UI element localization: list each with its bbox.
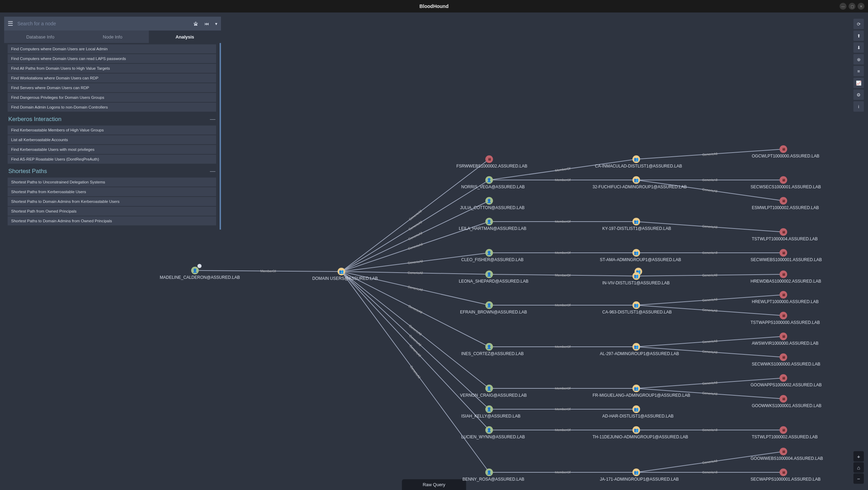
graph-node-computer[interactable]: 🖥 — [485, 155, 493, 163]
query-item[interactable]: Shortest Paths to Unconstrained Delegati… — [8, 178, 216, 187]
graph-node-user[interactable]: 👤 — [485, 197, 493, 205]
graph-node-group[interactable]: 👥 — [632, 218, 640, 225]
graph-node-user[interactable]: 👤 — [485, 270, 493, 278]
graph-node-computer[interactable]: 🖥 — [780, 468, 787, 476]
graph-node-computer[interactable]: 🖥 — [780, 270, 787, 278]
graph-node-group[interactable]: 👥 — [632, 301, 640, 309]
query-item[interactable]: Shortest Paths from Kerberoastable Users — [8, 187, 216, 196]
graph-node-computer[interactable]: 🖥 — [780, 249, 787, 257]
tab-node-info[interactable]: Node Info — [76, 31, 148, 43]
node-label: NORRIS_VEGA@ASSURED.LAB — [461, 184, 525, 189]
query-item[interactable]: Find Computers where Domain Users can re… — [8, 54, 216, 63]
node-label: HREWLPT1000000.ASSURED.LAB — [752, 299, 819, 304]
graph-node-computer[interactable]: 🖥 — [780, 395, 787, 403]
graph-node-user[interactable]: 👤 — [485, 249, 493, 257]
graph-node-user[interactable]: 👤 — [485, 468, 493, 476]
graph-node-group[interactable]: 👥 — [338, 268, 345, 275]
pathfinding-icon[interactable]: 🛣 — [194, 21, 198, 26]
graph-node-computer[interactable]: 🖥 — [780, 448, 787, 455]
close-icon[interactable]: ✕ — [858, 3, 865, 10]
query-item[interactable]: Find All Paths from Domain Users to High… — [8, 64, 216, 73]
graph-node-computer[interactable]: 🖥 — [780, 145, 787, 153]
tab-analysis[interactable]: Analysis — [149, 31, 221, 43]
search-bar: ☰ 🛣 ⏮ ▾ — [4, 17, 221, 31]
graph-node-group[interactable]: 👥 — [632, 385, 640, 392]
graph-node-group[interactable]: 👥 — [632, 343, 640, 351]
edge-label: GenericAll — [702, 459, 718, 465]
graph-node-computer[interactable]: 🖥 — [780, 333, 787, 340]
node-label: CLEO_FISHER@ASSURED.LAB — [461, 257, 524, 262]
graph-node-group[interactable]: 👥 — [632, 405, 640, 413]
query-item[interactable]: Find Workstations where Domain Users can… — [8, 74, 216, 83]
minus-icon[interactable]: — — [210, 168, 215, 174]
query-item[interactable]: Find AS-REP Roastable Users (DontReqPreA… — [8, 155, 216, 164]
node-label: HREWDBAS1000002.ASSURED.LAB — [751, 279, 821, 284]
graph-node-user[interactable]: 👤 — [485, 385, 493, 392]
node-label: ESMWLPT1000002.ASSURED.LAB — [752, 205, 819, 210]
query-item[interactable]: List all Kerberoastable Accounts — [8, 135, 216, 144]
graph-node-computer[interactable]: 🖥 — [780, 291, 787, 299]
hamburger-icon[interactable]: ☰ — [8, 20, 13, 27]
graph-node-owned-user[interactable]: 👤☠ — [191, 267, 199, 274]
edge-label: GenericAll — [408, 209, 423, 221]
graph-node-computer[interactable]: 🖥 — [780, 374, 787, 382]
query-item[interactable]: Shortest Paths to Domain Admins from Ker… — [8, 197, 216, 206]
node-label: AL-297-ADMINGROUP1@ASSURED.LAB — [600, 351, 679, 356]
back-icon[interactable]: ⏮ — [204, 21, 209, 26]
graph-node-group[interactable]: 👥 — [632, 468, 640, 476]
node-label: VERNON_CRAIG@ASSURED.LAB — [460, 393, 527, 398]
graph-node-computer[interactable]: 🖥 — [780, 353, 787, 361]
tab-database-info[interactable]: Database Info — [4, 31, 76, 43]
maximize-icon[interactable]: ▢ — [849, 3, 856, 10]
queries-list[interactable]: Find Computers where Domain Users are Lo… — [4, 43, 221, 230]
node-label: TSTWLPT1000004.ASSURED.LAB — [752, 237, 818, 241]
graph-node-group[interactable]: 👥 — [632, 155, 640, 163]
section-shortest[interactable]: Shortest Paths — — [8, 164, 216, 178]
edge-label: GenericAll — [407, 242, 423, 250]
query-item[interactable]: Find Dangerous Privileges for Domain Use… — [8, 93, 216, 102]
query-item[interactable]: Find Kerberoastable Members of High Valu… — [8, 126, 216, 135]
graph-node-computer[interactable]: 🖥 — [780, 312, 787, 319]
graph-node-user[interactable]: 👤 — [485, 343, 493, 351]
graph-node-computer[interactable]: 🖥 — [780, 228, 787, 236]
graph-node-computer[interactable]: 🖥 — [780, 176, 787, 184]
node-label: GOOWAPPS1000002.ASSURED.LAB — [751, 382, 822, 387]
graph-node-user[interactable]: 👤 — [485, 426, 493, 434]
node-label: KY-197-DISTLIST1@ASSURED.LAB — [602, 226, 671, 231]
query-item[interactable]: Find Computers where Domain Users are Lo… — [8, 44, 216, 53]
minimize-icon[interactable]: — — [840, 3, 846, 10]
node-label: LUCIEN_WYNN@ASSURED.LAB — [461, 435, 525, 439]
edge-label: MemberOf — [555, 428, 571, 432]
graph-node-computer[interactable]: 🖥 — [780, 426, 787, 434]
edge-label: GenericAll — [408, 220, 423, 231]
query-item[interactable]: Find Kerberoastable Users with most priv… — [8, 145, 216, 154]
node-label: TSTWAPPS1000000.ASSURED.LAB — [751, 320, 820, 325]
graph-node-user[interactable]: 👤 — [485, 405, 493, 413]
filter-icon[interactable]: ▾ — [215, 21, 218, 26]
query-item[interactable]: Shortest Path from Owned Principals — [8, 207, 216, 216]
query-item[interactable]: Shortest Paths to Domain Admins from Own… — [8, 216, 216, 225]
graph-node-group[interactable]: 👥 — [632, 249, 640, 257]
graph-node-computer[interactable]: 🖥 — [780, 197, 787, 205]
node-label: BENNY_ROSA@ASSURED.LAB — [462, 477, 524, 482]
edge-label: GenericAll — [702, 152, 717, 156]
graph-node-group[interactable]: 👥 — [632, 176, 640, 184]
main-area: ☰ 🛣 ⏮ ▾ Database Info Node Info Analysis… — [0, 12, 868, 490]
minus-icon[interactable]: — — [210, 116, 215, 122]
node-label: TH-11DEJUNIO-ADMINGROUP1@ASSURED.LAB — [593, 435, 688, 439]
section-kerberos[interactable]: Kerberos Interaction — — [8, 112, 216, 126]
graph-node-user[interactable]: 👤 — [485, 176, 493, 184]
graph-node-user[interactable]: 👤 — [485, 301, 493, 309]
node-label: INES_CORTEZ@ASSURED.LAB — [461, 351, 524, 356]
edge-label: GenericAll — [702, 380, 717, 385]
graph-node-user[interactable]: 👤 — [485, 218, 493, 225]
left-panel: ☰ 🛣 ⏮ ▾ Database Info Node Info Analysis… — [4, 17, 221, 230]
edge-label: GenericAll — [702, 428, 717, 432]
graph-node-group[interactable]: 👥 — [632, 426, 640, 434]
graph-node-group[interactable]: 👥 — [632, 272, 640, 280]
edge-label: GenericAll — [702, 187, 718, 193]
node-label: GOOWWKS1000001.ASSURED.LAB — [752, 403, 822, 408]
query-item[interactable]: Find Servers where Domain Users can RDP — [8, 83, 216, 92]
search-input[interactable] — [17, 21, 189, 26]
query-item[interactable]: Find Domain Admin Logons to non-Domain C… — [8, 103, 216, 112]
